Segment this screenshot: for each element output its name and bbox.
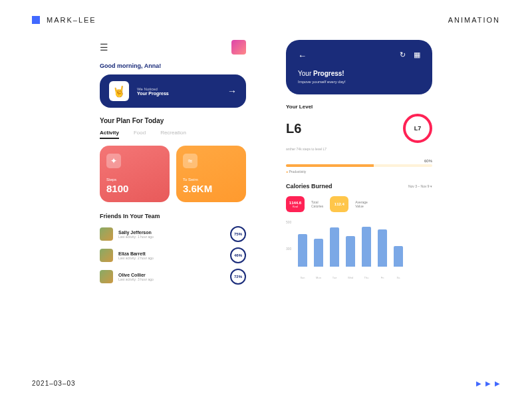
friend-name: Olive Collier xyxy=(118,273,225,277)
friend-sub: Last activity: 2 hour ago xyxy=(118,256,225,260)
tab-activity[interactable]: Activity xyxy=(100,130,119,139)
progress-subtitle: Impove yourself every day! xyxy=(298,80,420,84)
run-icon: ✦ xyxy=(106,154,121,168)
back-icon[interactable]: ← xyxy=(298,51,307,61)
progress-title: Your Progress! xyxy=(298,70,420,77)
card-swim[interactable]: ≈ To Swim 3.6KM xyxy=(176,146,246,202)
chart-bar xyxy=(378,229,387,267)
notice-big: Your Progress xyxy=(137,91,219,96)
notice-small: We Noticed xyxy=(137,87,219,91)
tab-recreation[interactable]: Recreation xyxy=(160,130,186,139)
stat-average: 112.4 xyxy=(330,196,348,212)
stat-total-label: TotalCalories xyxy=(311,200,323,208)
chart-bar xyxy=(298,234,307,267)
card-label: To Swim xyxy=(183,178,239,182)
stat-total: 1144.6 Kcal xyxy=(286,196,305,212)
friend-avatar xyxy=(100,249,113,262)
friend-percent: 46% xyxy=(230,247,246,263)
phone-progress: ← ↻ ▦ Your Progress! Impove yourself eve… xyxy=(286,40,432,290)
progress-header: ← ↻ ▦ Your Progress! Impove yourself eve… xyxy=(286,40,432,94)
level-next-ring: L7 xyxy=(403,114,432,143)
friend-percent: 75% xyxy=(230,226,246,242)
percent-label: 60% xyxy=(286,159,432,163)
friend-percent: 72% xyxy=(230,269,246,285)
friend-sub: Last activity: 1 hour ago xyxy=(118,235,225,239)
x-tick: Thu xyxy=(362,276,371,279)
date-range[interactable]: Nov 3 – Nov 9 ▾ xyxy=(408,184,432,188)
friend-avatar xyxy=(100,270,113,283)
friends-title: Friends In Your Team xyxy=(100,213,246,219)
chart-bar xyxy=(330,227,339,267)
footer-date: 2021–03–03 xyxy=(32,380,76,387)
tab-food[interactable]: Food xyxy=(134,130,146,139)
greeting: Good morning, Anna! xyxy=(100,63,246,69)
x-tick: Sun xyxy=(298,276,307,279)
x-tick: Wed xyxy=(346,276,355,279)
notice-card[interactable]: 🤘 We Noticed Your Progress → xyxy=(100,74,246,108)
chart-bar xyxy=(394,246,403,267)
arrow-icon[interactable]: → xyxy=(227,86,237,96)
card-label: Steps xyxy=(106,178,163,182)
chart-bar xyxy=(314,239,323,267)
chart-bar xyxy=(346,236,355,267)
calendar-icon[interactable]: ▦ xyxy=(414,51,420,61)
header-right: ANIMATION xyxy=(448,16,500,24)
play-icon[interactable]: ▶ xyxy=(485,380,491,387)
play-icon[interactable]: ▶ xyxy=(495,380,500,387)
rock-icon: 🤘 xyxy=(109,81,129,101)
x-tick: Tue xyxy=(330,276,339,279)
friend-avatar xyxy=(100,227,113,241)
card-value: 3.6KM xyxy=(183,183,239,194)
play-icon[interactable]: ▶ xyxy=(476,380,481,387)
level-subtitle: anther 74k steps to level L7 xyxy=(286,147,432,151)
card-value: 8100 xyxy=(106,183,163,194)
phone-home: ☰ Good morning, Anna! 🤘 We Noticed Your … xyxy=(100,40,246,290)
level-title: Your Level xyxy=(286,104,432,110)
calories-title: Calories Burned xyxy=(286,183,332,190)
x-tick: Sa xyxy=(394,276,403,279)
brand-square-icon xyxy=(32,16,40,24)
menu-icon[interactable]: ☰ xyxy=(100,42,108,53)
x-tick: Fri xyxy=(378,276,387,279)
play-controls[interactable]: ▶ ▶ ▶ xyxy=(476,380,500,387)
card-steps[interactable]: ✦ Steps 8100 xyxy=(100,146,170,202)
friend-row[interactable]: Olive Collier Last activity: 3 hour ago … xyxy=(100,269,246,285)
plan-title: Your Plan For Today xyxy=(100,117,246,124)
friend-sub: Last activity: 3 hour ago xyxy=(118,277,225,281)
avatar[interactable] xyxy=(231,40,246,55)
level-current: L6 xyxy=(286,121,301,136)
friend-name: Sally Jefferson xyxy=(118,230,225,235)
brand-text: MARK–LEE xyxy=(47,16,96,24)
friend-row[interactable]: Eliza Barrett Last activity: 2 hour ago … xyxy=(100,247,246,263)
friend-row[interactable]: Sally Jefferson Last activity: 1 hour ag… xyxy=(100,226,246,242)
friend-name: Eliza Barrett xyxy=(118,251,225,256)
productivity-label: Productivity xyxy=(286,170,432,174)
brand: MARK–LEE xyxy=(32,16,96,24)
stat-average-label: AverageValue xyxy=(355,200,368,208)
refresh-icon[interactable]: ↻ xyxy=(400,51,406,61)
chart-bar xyxy=(362,227,371,267)
x-tick: Mon xyxy=(314,276,323,279)
progress-bar xyxy=(286,164,432,167)
swim-icon: ≈ xyxy=(183,154,198,168)
calories-chart: 500 300 xyxy=(286,220,432,273)
